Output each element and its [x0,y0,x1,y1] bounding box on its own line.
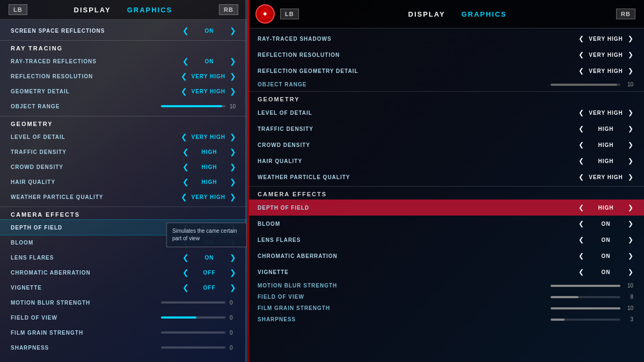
lod-right-arrow[interactable]: ❯ [230,132,236,141]
ca-right-arrow[interactable]: ❯ [230,268,236,277]
reflection-resolution-row[interactable]: REFLECTION RESOLUTION ❮ VERY HIGH ❯ [0,69,247,84]
right-reflection-res-row[interactable]: REFLECTION RESOLUTION ❮ VERY HIGH ❯ [247,47,644,63]
right-reflection-geo-row[interactable]: REFLECTION GEOMETRY DETAIL ❮ VERY HIGH ❯ [247,63,644,79]
motion-blur-row[interactable]: MOTION BLUR STRENGTH 0 [0,295,247,310]
screen-space-reflections-row[interactable]: SCREEN SPACE REFLECTIONS ❮ ON ❯ [0,23,247,38]
film-grain-row[interactable]: FILM GRAIN STRENGTH 0 [0,325,247,340]
td-left-arrow[interactable]: ❮ [182,147,189,156]
right-lod-row[interactable]: LEVEL OF DETAIL ❮ VERY HIGH ❯ [247,105,644,121]
hq-left-arrow[interactable]: ❮ [182,178,189,186]
right-rb-button[interactable]: RB [616,9,635,19]
field-of-view-row[interactable]: FIELD OF VIEW 0 [0,310,247,325]
right-object-range-row[interactable]: OBJECT RANGE 10 [247,79,644,90]
fg-slider[interactable]: 0 [161,330,236,336]
right-fg-slider[interactable]: 10 [551,305,633,311]
lens-flares-row[interactable]: LENS FLARES ❮ ON ❯ [0,250,247,265]
geometry-detail-row[interactable]: GEOMETRY DETAIL ❮ VERY HIGH ❯ [0,84,247,99]
right-dof-row[interactable]: DEPTH OF FIELD ❮ HIGH ❯ [247,200,644,216]
rtr-left-arrow[interactable]: ❮ [182,57,189,65]
rb-button[interactable]: RB [219,4,238,15]
wpq-left-arrow[interactable]: ❮ [181,193,187,201]
right-rr-right[interactable]: ❯ [628,51,633,58]
right-fg-row[interactable]: FILM GRAIN STRENGTH 10 [247,302,644,314]
right-td-right[interactable]: ❯ [628,125,633,132]
traffic-density-row[interactable]: TRAFFIC DENSITY ❮ HIGH ❯ [0,144,247,159]
right-vignette-row[interactable]: VIGNETTE ❮ ON ❯ [247,264,644,280]
right-rr-left[interactable]: ❮ [579,51,584,58]
right-hq-right[interactable]: ❯ [628,157,633,165]
right-lens-flares-row[interactable]: LENS FLARES ❮ ON ❯ [247,232,644,248]
lf-left-arrow[interactable]: ❮ [182,253,189,262]
right-rts-left[interactable]: ❮ [579,35,584,42]
right-traffic-density-row[interactable]: TRAFFIC DENSITY ❮ HIGH ❯ [247,121,644,137]
right-lod-right[interactable]: ❯ [628,109,633,116]
gd-right-arrow[interactable]: ❯ [230,87,236,95]
right-dof-right[interactable]: ❯ [628,204,633,211]
right-or-slider[interactable]: 10 [551,82,633,87]
right-ray-traced-shadows-row[interactable]: RAY-TRACED SHADOWS ❮ VERY HIGH ❯ [247,31,644,47]
ssr-left-arrow[interactable]: ❮ [182,26,189,35]
hq-right-arrow[interactable]: ❯ [230,178,236,186]
level-of-detail-row[interactable]: LEVEL OF DETAIL ❮ VERY HIGH ❯ [0,129,247,144]
right-mb-row[interactable]: MOTION BLUR STRENGTH 10 [247,280,644,291]
right-rgd-left[interactable]: ❮ [579,67,584,75]
rtr-right-arrow[interactable]: ❯ [230,57,236,65]
lf-right-arrow[interactable]: ❯ [230,253,236,262]
or-slider[interactable]: 10 [161,104,236,109]
right-rgd-right[interactable]: ❯ [628,67,633,75]
weather-particle-quality-row[interactable]: WEATHER PARTICLE QUALITY ❮ VERY HIGH ❯ [0,189,247,204]
right-lod-left[interactable]: ❮ [579,109,584,116]
right-mb-slider[interactable]: 10 [551,283,633,289]
ray-traced-reflections-row[interactable]: RAY-TRACED REFLECTIONS ❮ ON ❯ [0,54,247,69]
wpq-right-arrow[interactable]: ❯ [230,193,236,201]
right-dof-left[interactable]: ❮ [579,204,584,211]
right-wpq-row[interactable]: WEATHER PARTICLE QUALITY ❮ VERY HIGH ❯ [247,169,644,185]
cd-right-arrow[interactable]: ❯ [230,162,236,171]
chromatic-aberration-row[interactable]: CHROMATIC ABERRATION ❮ OFF ❯ [0,265,247,280]
cd-left-arrow[interactable]: ❮ [182,162,189,171]
sharp-slider[interactable]: 0 [161,345,236,351]
right-wpq-right[interactable]: ❯ [628,173,633,181]
hair-quality-row[interactable]: HAIR QUALITY ❮ HIGH ❯ [0,174,247,189]
rr-left-arrow[interactable]: ❮ [181,72,187,80]
display-tab[interactable]: DISPLAY [74,6,111,14]
rr-right-arrow[interactable]: ❯ [230,72,236,80]
right-lf-right[interactable]: ❯ [628,236,633,243]
right-bloom-right[interactable]: ❯ [628,220,633,227]
right-cd-right[interactable]: ❯ [628,141,633,149]
ssr-right-arrow[interactable]: ❯ [230,26,236,35]
crowd-density-row[interactable]: CROWD DENSITY ❮ HIGH ❯ [0,159,247,174]
mb-slider[interactable]: 0 [161,300,236,306]
vig-right-arrow[interactable]: ❯ [230,283,236,292]
right-vig-right[interactable]: ❯ [628,268,633,276]
right-hq-left[interactable]: ❮ [579,157,584,165]
fov-slider[interactable]: 0 [161,315,236,321]
right-cd-left[interactable]: ❮ [579,141,584,149]
right-sharp-slider[interactable]: 3 [551,316,633,322]
right-td-left[interactable]: ❮ [579,125,584,132]
right-lf-left[interactable]: ❮ [579,236,584,243]
right-bloom-left[interactable]: ❮ [579,220,584,227]
ca-left-arrow[interactable]: ❮ [182,268,189,277]
right-lb-button[interactable]: LB [280,9,299,19]
vig-left-arrow[interactable]: ❮ [182,283,189,292]
right-display-tab[interactable]: DISPLAY [408,10,445,18]
sharpness-row[interactable]: SHARPNESS 0 [0,340,247,355]
right-ca-row[interactable]: CHROMATIC ABERRATION ❮ ON ❯ [247,248,644,264]
lod-left-arrow[interactable]: ❮ [181,132,187,141]
right-wpq-left[interactable]: ❮ [579,173,584,181]
right-vig-left[interactable]: ❮ [579,268,584,276]
right-ca-left[interactable]: ❮ [579,252,584,260]
right-fov-slider[interactable]: 8 [551,294,633,300]
right-ca-right[interactable]: ❯ [628,252,633,260]
graphics-tab-active[interactable]: GRAPHICS [127,6,173,14]
right-crowd-density-row[interactable]: CROWD DENSITY ❮ HIGH ❯ [247,137,644,153]
right-hair-quality-row[interactable]: HAIR QUALITY ❮ HIGH ❯ [247,153,644,169]
object-range-row[interactable]: OBJECT RANGE 10 [0,99,247,114]
vignette-row[interactable]: VIGNETTE ❮ OFF ❯ [0,280,247,295]
right-sharp-row[interactable]: SHARPNESS 3 [247,314,644,325]
right-bloom-row[interactable]: BLOOM ❮ ON ❯ [247,216,644,232]
right-fov-row[interactable]: FIELD OF VIEW 8 [247,291,644,302]
td-right-arrow[interactable]: ❯ [230,147,236,156]
right-rts-right[interactable]: ❯ [628,35,633,42]
